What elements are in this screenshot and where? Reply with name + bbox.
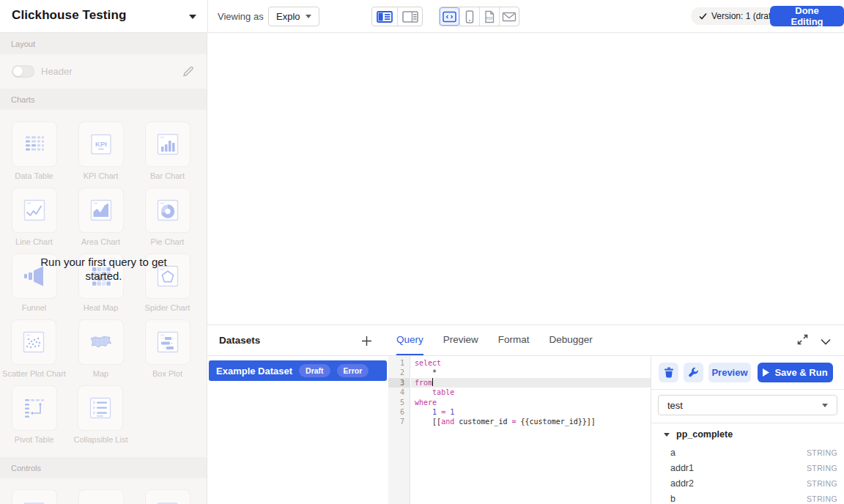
delete-dataset-button[interactable] [659, 363, 678, 382]
chart-tiles-grid: Data TableKPI KPI Chart Bar Chart Line C… [1, 110, 207, 451]
pdf-export-mode-button[interactable]: PDF [479, 7, 499, 26]
chart-tile-collapsible-list[interactable]: Collapsible List [74, 385, 128, 451]
expand-icon [797, 334, 808, 345]
chart-tile-box [78, 253, 124, 299]
add-dataset-button[interactable] [359, 333, 374, 348]
dataset-settings-button[interactable] [684, 363, 703, 382]
scatter-plot-icon [21, 329, 47, 355]
chart-tile-box: KPI [78, 122, 124, 167]
dataset-row-example-dataset[interactable]: Example DatasetDraftError [209, 360, 387, 381]
title-caret-down-icon[interactable] [189, 15, 196, 19]
kpi-icon: KPI [88, 131, 114, 158]
control-tile-box [145, 489, 190, 504]
layout-right-icon [402, 11, 418, 23]
toggle-knob [13, 67, 23, 76]
edit-header-button[interactable] [182, 65, 194, 80]
funnel-icon [21, 263, 48, 289]
sql-code-area[interactable]: select *from tablewhere 1 = 1 [[and cust… [411, 358, 651, 427]
chart-tile-label: Data Table [15, 171, 53, 180]
column-type: STRING [807, 448, 837, 457]
done-editing-button[interactable]: Done Editing [770, 6, 844, 26]
layout-left-panel-button[interactable] [372, 7, 397, 26]
sql-line-7[interactable]: [[and customer_id = {{customer_id}}]] [411, 417, 651, 426]
schema-table-select[interactable]: test [658, 395, 837, 415]
sql-line-1[interactable]: select [411, 358, 651, 368]
sql-line-5[interactable]: where [411, 398, 651, 407]
chart-tile-label: Heat Map [84, 303, 119, 312]
column-name: b [670, 494, 675, 504]
schema-table-header[interactable]: pp_complete [664, 429, 733, 440]
chart-tile-label: Spider Chart [145, 303, 190, 312]
desktop-embed-mode-button[interactable] [440, 7, 459, 26]
header-toggle-switch[interactable] [12, 65, 34, 78]
chart-tile-data-table[interactable]: Data Table [12, 122, 57, 188]
tab-format[interactable]: Format [498, 325, 530, 355]
section-header-charts: Charts [0, 89, 207, 110]
box-plot-icon [155, 329, 181, 355]
layout-right-panel-button[interactable] [397, 7, 422, 26]
sql-editor[interactable]: 1234567 select *from tablewhere 1 = 1 [[… [388, 356, 651, 504]
tab-query[interactable]: Query [396, 325, 423, 355]
save-and-run-button[interactable]: Save & Run [758, 363, 833, 382]
play-icon [763, 368, 769, 377]
chart-tile-box-plot[interactable]: Box Plot [145, 319, 190, 385]
spider-chart-icon [155, 263, 181, 289]
tab-preview[interactable]: Preview [443, 325, 478, 355]
sql-line-6[interactable]: 1 = 1 [411, 407, 651, 417]
chart-tile-heat-map[interactable]: Heat Map [78, 253, 124, 319]
schema-table-name: pp_complete [676, 429, 733, 440]
line-number: 7 [388, 417, 410, 426]
schema-columns-list: a STRINGaddr1 STRINGaddr2 STRINGb STRING [651, 445, 844, 504]
preview-query-button[interactable]: Preview [708, 363, 751, 382]
dataset-actions-panel: Preview Save & Run test pp_complete a ST… [651, 356, 844, 504]
bottom-panel-header-border [207, 355, 844, 356]
chart-tile-box [145, 253, 190, 299]
chart-tile-kpi-chart[interactable]: KPI KPI Chart [78, 122, 124, 188]
collapsible-list-icon [87, 395, 114, 421]
chart-tile-label: Scatter Plot Chart [2, 369, 66, 378]
email-envelope-icon [502, 11, 517, 23]
expand-panel-button[interactable] [797, 334, 808, 348]
chart-tile-box [11, 319, 56, 365]
check-icon [699, 12, 707, 20]
chart-tile-pivot-table[interactable]: Pivot Table [12, 385, 57, 451]
tab-debugger[interactable]: Debugger [549, 325, 593, 355]
chart-tile-bar-chart[interactable]: Bar Chart [145, 122, 190, 188]
viewing-as-select[interactable]: Explo [268, 7, 319, 26]
chart-tile-line-chart[interactable]: Line Chart [12, 188, 57, 253]
chart-tile-spider-chart[interactable]: Spider Chart [145, 253, 190, 319]
line-number: 1 [388, 358, 410, 368]
chart-tile-scatter-plot-chart[interactable]: Scatter Plot Chart [2, 319, 66, 385]
chart-tile-label: Collapsible List [74, 435, 128, 444]
collapse-panel-button[interactable] [820, 336, 832, 349]
right-panel-divider [651, 423, 844, 423]
element-sidebar: Layout Header Charts Data TableKPI KPI C… [0, 33, 207, 504]
control-tile-dropdown[interactable] [12, 489, 57, 504]
sql-line-2[interactable]: * [411, 368, 651, 377]
embed-code-window-icon [443, 11, 456, 23]
svg-text:KPI: KPI [95, 140, 107, 148]
chart-tile-funnel[interactable]: Funnel [12, 253, 57, 319]
chart-tile-box [78, 385, 123, 431]
chart-tile-box [12, 122, 57, 167]
mobile-mode-button[interactable] [459, 7, 479, 26]
chart-tile-area-chart[interactable]: Area Chart [78, 188, 124, 253]
chart-tile-pie-chart[interactable]: Pie Chart [145, 188, 190, 253]
svg-text:PDF: PDF [486, 16, 493, 20]
chart-tile-map[interactable]: Map [78, 319, 124, 385]
pencil-icon [182, 65, 194, 77]
control-tile-blank[interactable] [78, 489, 124, 504]
pivot-table-icon [21, 395, 48, 421]
sql-line-3[interactable]: from [411, 378, 651, 388]
email-mode-button[interactable] [499, 7, 519, 26]
column-type: STRING [807, 479, 837, 488]
topbar-divider [207, 0, 208, 32]
data-table-icon [21, 131, 48, 158]
control-tile-box [12, 489, 57, 504]
column-type: STRING [807, 464, 837, 472]
line-number: 4 [388, 388, 410, 397]
section-controls-label: Controls [11, 464, 41, 472]
sql-line-4[interactable]: table [411, 388, 651, 397]
control-tile-dropdown[interactable] [145, 489, 190, 504]
column-type: STRING [807, 494, 837, 503]
